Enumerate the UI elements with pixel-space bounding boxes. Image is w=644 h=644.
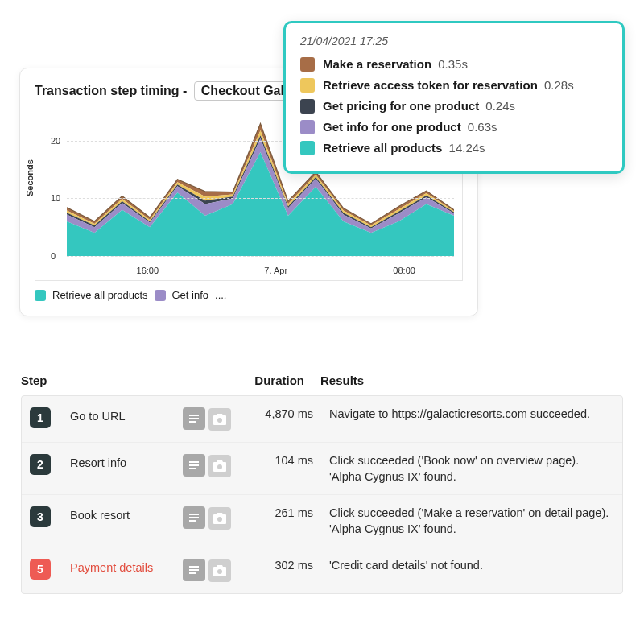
legend-swatch	[155, 290, 166, 301]
ytick: 20	[51, 136, 60, 146]
xtick: 16:00	[137, 266, 159, 275]
step-number-badge: 1	[30, 407, 51, 428]
legend-label: Retrieve all products	[52, 289, 148, 301]
step-results: Click succeeded ('Make a reservation' on…	[329, 506, 614, 535]
tooltip-item: Get info for one product 0.63s	[300, 117, 608, 138]
tooltip-timestamp: 21/04/2021 17:25	[300, 35, 608, 47]
tooltip-value: 0.35s	[435, 57, 468, 71]
tooltip-label: Get pricing for one product	[323, 99, 479, 113]
svg-rect-0	[189, 415, 199, 416]
step-duration: 302 ms	[249, 559, 329, 572]
svg-rect-5	[189, 464, 199, 466]
svg-rect-4	[189, 461, 199, 463]
svg-rect-6	[189, 468, 196, 469]
log-icon[interactable]	[183, 506, 205, 529]
tooltip-label: Make a reservation	[323, 57, 431, 71]
svg-point-11	[217, 517, 222, 522]
tooltip-swatch	[300, 141, 315, 155]
step-results: Navigate to https://galacticresorts.com …	[329, 407, 614, 420]
tooltip-swatch	[300, 57, 315, 72]
log-icon[interactable]	[183, 454, 205, 477]
svg-rect-13	[189, 569, 199, 571]
svg-rect-8	[189, 514, 199, 515]
step-name: Resort info	[70, 454, 183, 469]
gridline	[67, 198, 454, 199]
log-icon[interactable]	[183, 407, 205, 430]
tooltip-label: Retrieve access token for reservation	[323, 78, 538, 92]
svg-point-7	[217, 464, 222, 469]
svg-rect-9	[189, 517, 199, 518]
xtick: 08:00	[393, 266, 415, 275]
tooltip-swatch	[300, 120, 315, 134]
ytick: 0	[51, 251, 56, 261]
gridline	[67, 256, 454, 257]
tooltip-item: Retrieve all products 14.24s	[300, 138, 608, 159]
table-row: 3Book resort261 msClick succeeded ('Make…	[22, 494, 622, 547]
chart-xlabels: 16:00 7. Apr 08:00	[67, 266, 454, 275]
svg-point-3	[217, 418, 222, 423]
step-number-badge: 3	[30, 506, 51, 527]
ytick: 10	[51, 193, 60, 203]
step-duration: 104 ms	[249, 454, 329, 467]
tooltip-items: Make a reservation 0.35sRetrieve access …	[300, 54, 608, 159]
result-line: 'Alpha Cygnus IX' found.	[329, 522, 614, 535]
svg-rect-12	[189, 566, 199, 568]
header-results: Results	[320, 374, 623, 387]
header-duration: Duration	[240, 374, 320, 387]
svg-rect-2	[189, 421, 196, 423]
legend-more: ....	[215, 289, 226, 301]
camera-icon[interactable]	[208, 408, 231, 431]
tooltip-value: 0.63s	[464, 120, 497, 134]
chart-ylabel: Seconds	[25, 159, 35, 196]
table-row: 1Go to URL4,870 msNavigate to https://ga…	[22, 396, 622, 442]
tooltip-value: 0.24s	[482, 99, 515, 113]
result-line: Navigate to https://galacticresorts.com …	[329, 407, 614, 420]
step-results: Click succeeded ('Book now' on overview …	[329, 454, 614, 483]
result-line: 'Credit card details' not found.	[329, 559, 614, 572]
step-number-badge: 2	[30, 454, 51, 475]
chart-legend: Retrieve all products Get info ....	[35, 289, 463, 301]
steps-rows: 1Go to URL4,870 msNavigate to https://ga…	[21, 395, 623, 594]
chart-title-prefix: Transaction step timing -	[35, 84, 191, 97]
tooltip-value: 0.28s	[541, 78, 574, 92]
camera-icon[interactable]	[208, 559, 231, 582]
svg-rect-10	[189, 520, 196, 522]
tooltip-item: Get pricing for one product 0.24s	[300, 96, 608, 117]
tooltip-value: 14.24s	[445, 141, 485, 155]
tooltip-label: Get info for one product	[323, 120, 461, 134]
tooltip-swatch	[300, 78, 315, 93]
result-line: Click succeeded ('Make a reservation' on…	[329, 506, 614, 519]
step-duration: 261 ms	[249, 506, 329, 519]
chart-tooltip: 21/04/2021 17:25 Make a reservation 0.35…	[283, 21, 625, 174]
table-row: 2Resort info104 msClick succeeded ('Book…	[22, 442, 622, 494]
camera-icon[interactable]	[208, 507, 231, 530]
step-number-badge: 5	[30, 559, 51, 580]
camera-icon[interactable]	[208, 455, 231, 477]
result-line: Click succeeded ('Book now' on overview …	[329, 454, 614, 467]
step-name: Payment details	[70, 559, 183, 574]
step-duration: 4,870 ms	[249, 407, 329, 420]
result-line: 'Alpha Cygnus IX' found.	[329, 470, 614, 483]
step-name: Go to URL	[70, 407, 183, 423]
step-name: Book resort	[70, 506, 183, 522]
svg-rect-14	[189, 572, 196, 574]
step-results: 'Credit card details' not found.	[329, 559, 614, 572]
legend-label: Get info	[172, 289, 209, 301]
svg-point-15	[217, 569, 222, 574]
legend-swatch	[35, 290, 46, 301]
tooltip-item: Make a reservation 0.35s	[300, 54, 608, 75]
xtick: 7. Apr	[264, 266, 287, 275]
steps-header: Step Duration Results	[21, 365, 623, 395]
steps-table: Step Duration Results 1Go to URL4,870 ms…	[21, 365, 623, 594]
table-row: 5Payment details302 ms'Credit card detai…	[22, 547, 622, 593]
tooltip-label: Retrieve all products	[323, 141, 442, 155]
tooltip-swatch	[300, 99, 315, 114]
svg-rect-1	[189, 418, 199, 419]
log-icon[interactable]	[183, 559, 205, 581]
header-step: Step	[21, 374, 61, 387]
tooltip-item: Retrieve access token for reservation 0.…	[300, 75, 608, 96]
